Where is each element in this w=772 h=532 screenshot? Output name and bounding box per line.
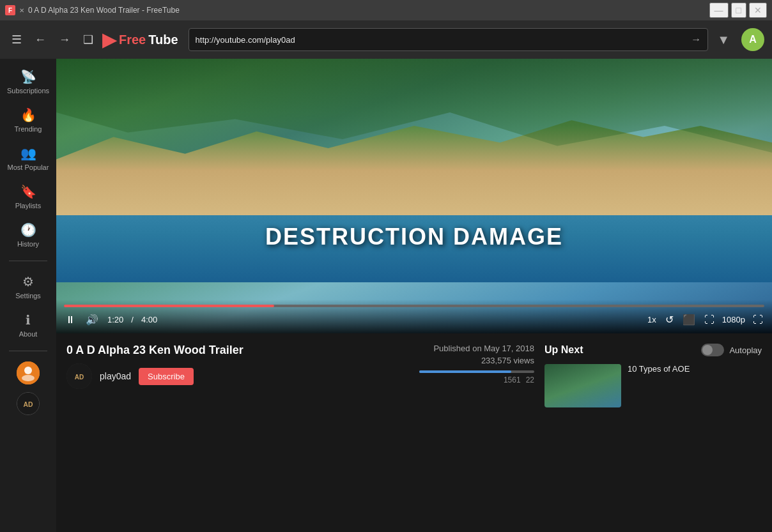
- fullscreen-button[interactable]: ⛶: [703, 313, 716, 327]
- channel-row: AD play0ad Subscribe: [66, 363, 409, 389]
- video-info-area: 0 A D Alpha 23 Ken Wood Trailer AD play0…: [56, 333, 772, 532]
- time-separator: /: [131, 315, 134, 324]
- views-count: 233,575 views: [419, 356, 534, 365]
- sidebar-item-about-label: About: [19, 330, 38, 338]
- sidebar-divider-2: [9, 351, 47, 351]
- filter-button[interactable]: ▼: [713, 29, 734, 51]
- sidebar-item-settings-label: Settings: [15, 292, 41, 300]
- next-video-item[interactable]: 10 Types of AOE: [544, 364, 762, 407]
- bookmark-button[interactable]: ❑: [79, 29, 97, 50]
- theater-button[interactable]: ⬛: [681, 312, 697, 327]
- about-icon: ℹ: [26, 312, 31, 328]
- svg-text:AD: AD: [24, 401, 33, 408]
- like-count: 1561: [504, 376, 521, 384]
- sidebar-item-most-popular-label: Most Popular: [8, 163, 49, 171]
- back-icon: ←: [35, 33, 46, 47]
- play-pause-button[interactable]: ⏸: [64, 313, 77, 327]
- up-next-panel: Up Next Autoplay 10 Types of AOE: [544, 344, 762, 522]
- content-area: Destruction Damage ⏸ 🔊 1:20 / 4:00 1x ↺: [56, 59, 772, 532]
- titlebar-x-btn[interactable]: ✕: [19, 7, 24, 14]
- 0ad-channel-icon: AD: [17, 392, 39, 415]
- controls-row: ⏸ 🔊 1:20 / 4:00 1x ↺ ⬛ ⛶ 1080p ⛶: [64, 312, 764, 327]
- next-video-thumbnail: [544, 364, 621, 407]
- filter-icon: ▼: [717, 33, 730, 47]
- like-bar-fill: [419, 370, 511, 373]
- dislike-count: 22: [526, 376, 534, 384]
- sidebar-item-history[interactable]: 🕐 History: [3, 217, 54, 253]
- channel-0ad[interactable]: AD: [17, 392, 40, 415]
- autoplay-toggle[interactable]: Autoplay: [701, 344, 762, 356]
- titlebar-left: F ✕ 0 A D Alpha 23 Ken Wood Trailer - Fr…: [5, 5, 180, 15]
- sidebar-item-trending-label: Trending: [14, 125, 42, 133]
- forward-button[interactable]: →: [55, 29, 74, 50]
- playlists-icon: 🔖: [20, 184, 36, 199]
- next-video-title: 10 Types of AOE: [628, 364, 762, 374]
- controls-right: ↺ ⬛ ⛶ 1080p ⛶: [664, 312, 764, 327]
- svg-point-1: [24, 367, 32, 374]
- video-controls: ⏸ 🔊 1:20 / 4:00 1x ↺ ⬛ ⛶ 1080p ⛶: [56, 300, 772, 333]
- window-title: 0 A D Alpha 23 Ken Wood Trailer - FreeTu…: [28, 6, 180, 15]
- current-time: 1:20: [107, 315, 123, 324]
- maximize-button[interactable]: □: [731, 3, 746, 18]
- sidebar-item-trending[interactable]: 🔥 Trending: [3, 102, 54, 138]
- progress-fill: [64, 305, 274, 307]
- channel-name[interactable]: play0ad: [100, 371, 131, 381]
- subscribe-button[interactable]: Subscribe: [139, 368, 194, 385]
- sidebar-item-subscriptions-label: Subscriptions: [7, 87, 49, 95]
- progress-bar[interactable]: [64, 305, 764, 307]
- url-bar[interactable]: →: [189, 28, 709, 51]
- logo-free: Free: [119, 33, 146, 47]
- sidebar-item-playlists-label: Playlists: [15, 202, 41, 209]
- subscriptions-icon: 📡: [20, 69, 36, 84]
- expand-button[interactable]: ⛶: [752, 313, 764, 327]
- settings-icon: ⚙: [22, 274, 34, 289]
- sidebar-item-settings[interactable]: ⚙ Settings: [3, 269, 54, 305]
- autoplay-label: Autoplay: [729, 346, 762, 355]
- channel-avatar[interactable]: AD: [66, 363, 92, 389]
- video-title: 0 A D Alpha 23 Ken Wood Trailer: [66, 344, 409, 357]
- back-button[interactable]: ←: [31, 29, 50, 50]
- close-button[interactable]: ✕: [749, 3, 767, 18]
- menu-button[interactable]: ☰: [8, 29, 26, 50]
- history-icon: 🕐: [20, 222, 36, 238]
- playback-speed: 1x: [647, 315, 656, 324]
- channel-blender[interactable]: [17, 361, 40, 384]
- autoplay-switch[interactable]: [701, 344, 724, 356]
- video-meta-right: Published on May 17, 2018 233,575 views …: [419, 344, 534, 522]
- sidebar-item-playlists[interactable]: 🔖 Playlists: [3, 179, 54, 215]
- logo-tube: Tube: [148, 33, 178, 47]
- bookmark-icon: ❑: [83, 33, 93, 47]
- trending-icon: 🔥: [20, 107, 36, 123]
- next-thumb-inner: [544, 364, 621, 407]
- url-go-button[interactable]: →: [691, 34, 701, 45]
- published-date: Published on May 17, 2018: [419, 344, 534, 353]
- toolbar: ☰ ← → ❑ ▶ Free Tube → ▼ A: [0, 20, 772, 59]
- app-icon: F: [5, 5, 15, 15]
- likes-dislikes: 1561 22: [419, 376, 534, 384]
- video-scene: Destruction Damage: [56, 59, 772, 333]
- sidebar: 📡 Subscriptions 🔥 Trending 👥 Most Popula…: [0, 59, 56, 532]
- main-area: 📡 Subscriptions 🔥 Trending 👥 Most Popula…: [0, 59, 772, 532]
- video-player[interactable]: Destruction Damage ⏸ 🔊 1:20 / 4:00 1x ↺: [56, 59, 772, 333]
- sidebar-item-subscriptions[interactable]: 📡 Subscriptions: [3, 64, 54, 100]
- menu-icon: ☰: [12, 33, 22, 47]
- forward-icon: →: [59, 33, 70, 47]
- url-input[interactable]: [196, 35, 686, 45]
- video-scene-title: Destruction Damage: [265, 224, 563, 250]
- volume-button[interactable]: 🔊: [84, 312, 100, 327]
- repeat-button[interactable]: ↺: [664, 312, 675, 327]
- svg-text:AD: AD: [75, 374, 84, 381]
- sidebar-item-most-popular[interactable]: 👥 Most Popular: [3, 141, 54, 176]
- sidebar-item-about[interactable]: ℹ About: [3, 307, 54, 343]
- user-avatar-button[interactable]: A: [741, 28, 764, 51]
- minimize-button[interactable]: —: [709, 3, 729, 18]
- video-left-panel: 0 A D Alpha 23 Ken Wood Trailer AD play0…: [66, 344, 409, 522]
- next-video-info: 10 Types of AOE: [628, 364, 762, 407]
- channel-avatar-image: AD: [66, 363, 92, 389]
- window-controls: — □ ✕: [709, 3, 767, 18]
- logo-icon: ▶: [102, 29, 116, 50]
- sidebar-divider-1: [9, 261, 47, 261]
- quality-badge: 1080p: [722, 315, 745, 324]
- logo: ▶ Free Tube: [102, 29, 178, 50]
- most-popular-icon: 👥: [20, 146, 36, 161]
